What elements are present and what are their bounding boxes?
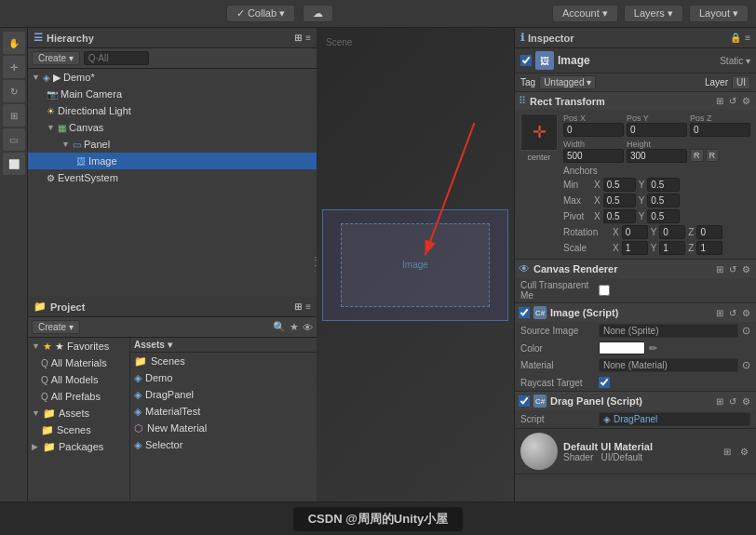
project-search-icon[interactable]: 🔍 [273,321,286,333]
hier-item-image[interactable]: 🖼 Image [28,153,317,169]
inspector-menu-icon[interactable]: ≡ [745,33,750,43]
layout-button[interactable]: Layout ▾ [689,5,749,22]
rect-transform-reset-btn[interactable]: ↺ [727,96,738,106]
asset-item-scenes[interactable]: 📁 Scenes [130,353,317,369]
hierarchy-create-btn[interactable]: Create ▾ [32,51,80,65]
anchor-max-y[interactable] [647,194,680,207]
tree-packages[interactable]: ▶ 📁 Packages [28,438,129,455]
image-script-reset-btn[interactable]: ↺ [727,308,738,318]
tool-move[interactable]: ✛ [3,56,25,78]
tree-fav-prefabs[interactable]: Q All Prefabs [28,388,129,405]
hierarchy-pin-icon[interactable]: ⊞ [294,33,302,43]
project-create-btn[interactable]: Create ▾ [32,320,80,334]
drag-panel-script-ref[interactable]: ◈ DragPanel [599,412,750,426]
asset-item-demo[interactable]: ◈ Demo [130,369,317,386]
anchor-max-x[interactable] [603,194,636,207]
hierarchy-menu-icon[interactable]: ≡ [305,33,311,43]
tool-rotate[interactable]: ↻ [3,80,25,102]
image-script-ref-btn[interactable]: ⊞ [714,308,725,318]
anchors-section: Anchors Min X Y [563,166,750,223]
r-button[interactable]: R [690,149,704,162]
anchor-diagram[interactable]: ✛ [520,114,558,151]
drag-panel-reset-btn[interactable]: ↺ [727,396,738,407]
anchor-min-x[interactable] [603,178,636,192]
hier-item-canvas[interactable]: ▼ ▦ Canvas [28,119,317,136]
rect-transform-header[interactable]: ⠿ Rect Transform ⊞ ↺ ⚙ [515,92,756,110]
pos-x-field[interactable] [563,123,624,137]
tool-hand[interactable]: ✋ [3,32,25,54]
canvas-renderer-cull-checkbox[interactable] [599,285,610,296]
tree-assets[interactable]: ▼ 📁 Assets [28,405,129,421]
image-script-active-checkbox[interactable] [519,307,530,318]
bp-button[interactable]: R [706,149,720,162]
asset-item-selector[interactable]: ◈ Selector [130,436,317,453]
rotation-y[interactable] [659,225,685,239]
layer-dropdown[interactable]: UI [732,75,750,89]
tree-assets-scenes[interactable]: 📁 Scenes [28,421,129,438]
default-material-menu-btn[interactable]: ⚙ [738,447,750,457]
scale-x[interactable] [622,241,648,255]
hier-item-panel[interactable]: ▼ ▭ Panel [28,136,317,153]
color-swatch[interactable] [599,341,645,354]
width-field[interactable] [563,149,624,163]
source-image-value: None (Sprite) [599,324,738,338]
scale-y[interactable] [659,241,685,255]
inspector-lock-icon[interactable]: 🔒 [730,33,741,43]
collab-button[interactable]: ✓ Collab ▾ [226,5,295,22]
asset-item-dragpanel[interactable]: ◈ DragPanel [130,386,317,403]
pos-z-field[interactable] [690,123,750,137]
hierarchy-search[interactable] [84,51,149,65]
inspector-header: ℹ Inspector 🔒 ≡ [515,28,756,48]
color-edit-icon[interactable]: ✏ [649,342,657,354]
default-material-ref-btn[interactable]: ⊞ [722,447,733,457]
hier-item-demo[interactable]: ▼ ◈ ▶ Demo* [28,69,317,86]
pos-y-field[interactable] [627,123,687,137]
rect-transform-title: Rect Transform [530,96,710,107]
cloud-button[interactable]: ☁ [303,5,333,22]
hier-label-maincamera: Main Camera [61,88,122,100]
scale-z[interactable] [696,241,722,255]
canvas-renderer-ref-btn[interactable]: ⊞ [714,264,725,274]
anchor-min-y[interactable] [647,178,680,192]
rotation-x[interactable] [622,225,648,239]
tree-fav-materials[interactable]: Q All Materials [28,354,129,371]
project-star-icon[interactable]: ★ [290,321,299,333]
tree-fav-models[interactable]: Q All Models [28,371,129,388]
tree-favorites[interactable]: ▼ ★ ★ Favorites [28,338,129,354]
image-script-menu-btn[interactable]: ⚙ [740,308,752,318]
raycast-checkbox[interactable] [599,377,610,388]
pivot-y[interactable] [647,209,680,223]
tag-dropdown[interactable]: Untagged ▾ [539,75,596,89]
layers-button[interactable]: Layers ▾ [624,5,683,22]
assets-folder-header: Assets ▾ [130,338,317,353]
tool-rect[interactable]: ▭ [3,128,25,151]
tool-transform[interactable]: ⬜ [3,153,25,175]
hier-item-dirlight[interactable]: ☀ Directional Light [28,102,317,119]
hier-item-maincamera[interactable]: 📷 Main Camera [28,86,317,102]
source-image-edit-icon[interactable]: ⊙ [742,325,750,337]
asset-item-newmaterial[interactable]: ⬡ New Material [130,420,317,436]
anchors-label: Anchors [563,166,598,176]
canvas-renderer-reset-btn[interactable]: ↺ [727,264,738,274]
project-menu-icon[interactable]: ≡ [305,301,311,312]
image-script-header[interactable]: C# Image (Script) ⊞ ↺ ⚙ [515,303,756,322]
account-button[interactable]: Account ▾ [552,5,618,22]
canvas-renderer-header[interactable]: 👁 Canvas Renderer ⊞ ↺ ⚙ [515,260,756,278]
asset-item-materialtest[interactable]: ◈ MaterialTest [130,403,317,420]
material-edit-icon[interactable]: ⊙ [742,359,750,371]
tool-scale[interactable]: ⊞ [3,104,25,127]
drag-panel-menu-btn[interactable]: ⚙ [740,396,752,407]
height-field[interactable] [627,149,687,163]
inspector-active-checkbox[interactable] [520,55,532,66]
pivot-x[interactable] [603,209,636,223]
drag-panel-header[interactable]: C# Drag Panel (Script) ⊞ ↺ ⚙ [515,392,756,410]
canvas-renderer-menu-btn[interactable]: ⚙ [740,264,752,274]
project-eye-icon[interactable]: 👁 [303,322,313,333]
rotation-z[interactable] [696,225,722,239]
hier-item-eventsystem[interactable]: ⚙ EventSystem [28,169,317,186]
drag-panel-active-checkbox[interactable] [519,395,530,407]
rect-transform-ref-btn[interactable]: ⊞ [714,96,725,106]
drag-panel-ref-btn[interactable]: ⊞ [714,396,725,407]
project-pin-icon[interactable]: ⊞ [294,301,302,312]
rect-transform-menu-btn[interactable]: ⚙ [740,96,752,106]
